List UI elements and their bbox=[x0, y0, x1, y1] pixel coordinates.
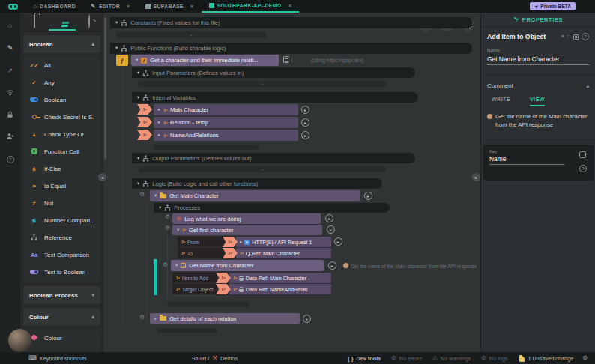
connector-badge[interactable]: 1= bbox=[223, 237, 238, 247]
logs-status[interactable]: ⊘ No logs bbox=[481, 355, 507, 362]
variable-badge[interactable]: 1= bbox=[137, 130, 152, 140]
section-colour-header[interactable]: Colour ▴ bbox=[23, 308, 100, 326]
library-item-function-call[interactable]: Function Call bbox=[23, 347, 100, 352]
param-item-to-add[interactable]: 1=Item to Add 1= 1=Data Ref: Main Charac… bbox=[172, 273, 331, 283]
section-boolean-header[interactable]: Boolean ▴ bbox=[23, 35, 100, 53]
param-target-object[interactable]: 1=Target Object 1= 1=Data Ref: NameAndRe… bbox=[172, 284, 331, 294]
add-user-icon[interactable] bbox=[0, 133, 20, 142]
dev-tools-button[interactable]: { } Dev tools bbox=[348, 355, 381, 362]
library-item-text-to-boolean[interactable]: Text to Boolean bbox=[23, 264, 100, 281]
chevron-down-icon[interactable]: ▾ bbox=[137, 156, 139, 161]
section-public-functions[interactable]: ▾ Public Functions (Build sharable logic… bbox=[110, 43, 472, 54]
collapse-right-panel-handle[interactable]: ▸ bbox=[472, 173, 480, 181]
help-icon[interactable]: ? bbox=[582, 33, 589, 40]
param-value[interactable]: 1=Data Ref: Main Character - bbox=[229, 273, 331, 283]
comment-section-header[interactable]: Comment ▴ bbox=[487, 82, 589, 89]
tab-dashboard[interactable]: ⌂ DASHBOARD bbox=[25, 0, 83, 13]
gear-icon[interactable]: ⚙ bbox=[163, 262, 168, 268]
chevron-down-icon[interactable]: ▾ bbox=[159, 205, 161, 210]
function-badge[interactable]: ƒ bbox=[116, 55, 128, 66]
run-step-button[interactable]: ▸ bbox=[303, 315, 311, 323]
step-get-first-character[interactable]: ▾ 1= Get first character bbox=[172, 225, 322, 235]
param-value[interactable]: 1=Ref: Main Character bbox=[236, 248, 331, 258]
gear-icon[interactable]: ⚙ bbox=[165, 225, 170, 231]
drop-zone[interactable]: + bbox=[116, 31, 266, 38]
pencil-icon[interactable]: ✎ bbox=[0, 44, 20, 52]
library-item-any[interactable]: ✓Any bbox=[23, 74, 100, 91]
drop-zone[interactable]: + bbox=[139, 81, 386, 87]
tab-write[interactable]: WRITE bbox=[492, 97, 510, 106]
close-icon[interactable]: × bbox=[190, 4, 194, 9]
library-item-function-call[interactable]: Function Call bbox=[23, 143, 100, 160]
run-step-button[interactable]: ▸ bbox=[334, 237, 342, 246]
section-input-parameters[interactable]: ▾ Input Parameters (Defines values in) bbox=[132, 67, 415, 78]
library-item-check-secret[interactable]: Check Secret Is S... bbox=[23, 109, 100, 126]
notes-icon[interactable] bbox=[283, 56, 289, 63]
chevron-right-icon[interactable]: ▸ bbox=[158, 120, 160, 125]
section-processes[interactable]: ▾ Processes bbox=[154, 203, 390, 213]
chevron-down-icon[interactable]: ▾ bbox=[137, 181, 139, 186]
param-value[interactable]: 1=Data Ref: NameAndRelati bbox=[229, 284, 331, 294]
variable-relation-temp[interactable]: ▸ 1= Relation - temp bbox=[154, 117, 298, 128]
close-icon[interactable]: × bbox=[289, 3, 292, 8]
canvas-scrollbar[interactable] bbox=[104, 17, 106, 160]
errors-status[interactable]: ⊘ No errors bbox=[391, 355, 422, 362]
variable-main-character[interactable]: ▸ 1= Main Character bbox=[154, 104, 298, 115]
library-item-colour[interactable]: Colour bbox=[23, 330, 100, 347]
run-variable-button[interactable]: ▸ bbox=[301, 106, 309, 114]
library-item-reference[interactable]: Reference bbox=[23, 229, 100, 246]
run-step-button[interactable]: ▸ bbox=[328, 261, 336, 270]
library-item-all[interactable]: ✓✓All bbox=[23, 57, 100, 74]
variable-badge[interactable]: 1= bbox=[137, 104, 152, 115]
step-get-details-of-each-relation[interactable]: ▸ Get details of each relation bbox=[150, 313, 300, 324]
step-log-what-we-are-doing[interactable]: ▤ Log what we are doing bbox=[172, 213, 321, 224]
library-item-if-else[interactable]: ⋔If-Else bbox=[23, 160, 100, 178]
flow-canvas[interactable]: ≡✓ ✎ ▾ Constants (Fixed values for this … bbox=[103, 13, 480, 352]
drop-zone[interactable] bbox=[157, 328, 217, 333]
chevron-down-icon[interactable]: ▾ bbox=[175, 263, 178, 268]
key-checkbox[interactable] bbox=[579, 151, 586, 158]
close-icon[interactable]: × bbox=[127, 4, 130, 9]
chevron-down-icon[interactable]: ▾ bbox=[137, 70, 139, 76]
connector-badge[interactable]: 1= bbox=[216, 284, 231, 294]
collapse-left-panel-handle[interactable]: ◂ bbox=[98, 173, 106, 181]
drop-zone[interactable] bbox=[167, 302, 250, 307]
variable-nameandrelations[interactable]: ▸ 1= NameAndRelations bbox=[154, 130, 298, 141]
chevron-right-icon[interactable]: ▸ bbox=[154, 316, 157, 321]
library-item-boolean[interactable]: Boolean bbox=[23, 91, 100, 109]
variable-badge[interactable]: 1= bbox=[137, 117, 152, 127]
gear-icon[interactable]: ⚙ bbox=[165, 214, 170, 220]
gear-icon[interactable]: ⚙ bbox=[139, 192, 145, 198]
chevron-right-icon[interactable]: ▸ bbox=[158, 107, 160, 112]
chevron-right-icon[interactable]: ▸ bbox=[158, 133, 160, 138]
files-tab[interactable] bbox=[34, 15, 35, 28]
unsaved-changes[interactable]: 1 Unsaved change bbox=[519, 355, 573, 362]
grid-icon[interactable]: ∷ bbox=[567, 34, 570, 40]
chevron-down-icon[interactable]: ▾ bbox=[136, 58, 138, 63]
lock-icon[interactable] bbox=[0, 111, 20, 120]
run-step-button[interactable]: ▸ bbox=[325, 214, 333, 222]
warnings-status[interactable]: ⚠ No warnings bbox=[432, 355, 471, 362]
chevron-down-icon[interactable]: ▾ bbox=[154, 193, 157, 198]
param-value[interactable]: ▸HTTP(S) / API Request 1 bbox=[236, 237, 331, 247]
workspace-breadcrumb[interactable]: Stuart / ⚒ Demos bbox=[192, 355, 238, 362]
search-tab[interactable] bbox=[88, 15, 90, 28]
help-icon[interactable]: ? bbox=[0, 155, 20, 163]
panel-icon[interactable] bbox=[573, 34, 579, 40]
tab-view[interactable]: VIEW bbox=[530, 97, 545, 106]
app-logo[interactable] bbox=[0, 0, 25, 13]
tab-editor[interactable]: ✎ EDITOR × bbox=[83, 0, 138, 13]
drop-zone[interactable] bbox=[154, 145, 259, 150]
connector-badge[interactable]: 1= bbox=[216, 273, 231, 283]
section-logic[interactable]: ▾ Logic (Build Logic and call other func… bbox=[132, 178, 382, 189]
name-input[interactable] bbox=[487, 54, 590, 65]
library-item-text-comparison[interactable]: AaText Comparison bbox=[23, 246, 100, 264]
section-boolean-process-header[interactable]: Boolean Process ▾ bbox=[23, 286, 100, 304]
run-step-button[interactable]: ▸ bbox=[364, 192, 372, 200]
settings-button[interactable]: ⚙ bbox=[582, 355, 588, 361]
run-variable-button[interactable]: ▸ bbox=[301, 118, 309, 127]
run-variable-button[interactable]: ▸ bbox=[301, 131, 309, 139]
key-input[interactable] bbox=[489, 154, 564, 165]
drop-zone[interactable]: + bbox=[139, 166, 386, 172]
tab-southpark-api-demo[interactable]: SOUTHPARK-API-DEMO × bbox=[202, 0, 300, 13]
